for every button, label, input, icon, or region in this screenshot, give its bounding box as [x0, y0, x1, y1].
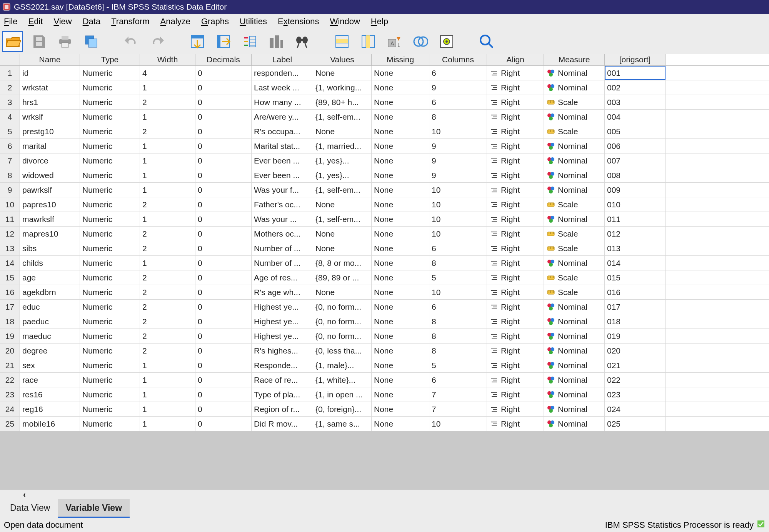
table-row[interactable]: 17educNumeric20Highest ye...{0, no form.…	[0, 300, 769, 314]
cell-label[interactable]: Responde...	[252, 358, 313, 372]
cell-columns[interactable]: 10	[429, 285, 487, 299]
cell-type[interactable]: Numeric	[80, 124, 140, 138]
cell-columns[interactable]: 6	[429, 241, 487, 255]
cell-type[interactable]: Numeric	[80, 285, 140, 299]
cell-measure[interactable]: Scale	[544, 270, 605, 285]
cell-name[interactable]: mapres10	[20, 227, 80, 241]
cell-values[interactable]: {0, no form...	[313, 300, 372, 314]
menu-help[interactable]: Help	[371, 17, 388, 27]
cell-origsort[interactable]: 006	[605, 139, 666, 153]
cell-type[interactable]: Numeric	[80, 300, 140, 314]
cell-width[interactable]: 2	[140, 314, 195, 329]
cell-columns[interactable]: 9	[429, 168, 487, 182]
redo-button[interactable]	[147, 31, 168, 52]
cell-width[interactable]: 2	[140, 95, 195, 109]
menu-data[interactable]: Data	[83, 17, 100, 27]
cell-align[interactable]: Right	[487, 270, 544, 285]
cell-decimals[interactable]: 0	[195, 387, 252, 402]
cell-values[interactable]: {1, in open ...	[313, 387, 372, 402]
cell-name[interactable]: agekdbrn	[20, 285, 80, 299]
cell-origsort[interactable]: 016	[605, 285, 666, 299]
cell-decimals[interactable]: 0	[195, 168, 252, 182]
cell-type[interactable]: Numeric	[80, 66, 140, 80]
column-header-cols[interactable]: Columns	[429, 54, 487, 65]
cell-align[interactable]: Right	[487, 168, 544, 182]
cell-values[interactable]: {1, yes}...	[313, 168, 372, 182]
cell-type[interactable]: Numeric	[80, 110, 140, 124]
table-row[interactable]: 13sibsNumeric20Number of ...NoneNone6Rig…	[0, 241, 769, 256]
table-row[interactable]: 19maeducNumeric20Highest ye...{0, no for…	[0, 329, 769, 344]
cell-measure[interactable]: Scale	[544, 285, 605, 299]
cell-type[interactable]: Numeric	[80, 241, 140, 255]
column-header-align[interactable]: Align	[487, 54, 544, 65]
column-header-miss[interactable]: Missing	[372, 54, 429, 65]
cell-label[interactable]: Highest ye...	[252, 314, 313, 329]
cell-label[interactable]: Ever been ...	[252, 153, 313, 168]
cell-missing[interactable]: None	[372, 358, 429, 372]
goto-variable-button[interactable]	[213, 31, 234, 52]
cell-width[interactable]: 1	[140, 110, 195, 124]
cell-label[interactable]: Region of r...	[252, 402, 313, 416]
cell-align[interactable]: Right	[487, 80, 544, 95]
cell-width[interactable]: 2	[140, 329, 195, 343]
cell-origsort[interactable]: 001	[605, 66, 666, 80]
cell-decimals[interactable]: 0	[195, 300, 252, 314]
cell-label[interactable]: Last week ...	[252, 80, 313, 95]
table-row[interactable]: 18paeducNumeric20Highest ye...{0, no for…	[0, 314, 769, 329]
cell-origsort[interactable]: 014	[605, 256, 666, 270]
row-number[interactable]: 3	[0, 95, 20, 109]
cell-values[interactable]: {1, self-em...	[313, 212, 372, 226]
cell-measure[interactable]: Nominal	[544, 387, 605, 402]
cell-type[interactable]: Numeric	[80, 256, 140, 270]
cell-name[interactable]: race	[20, 373, 80, 387]
cell-name[interactable]: reg16	[20, 402, 80, 416]
cell-decimals[interactable]: 0	[195, 417, 252, 431]
cell-columns[interactable]: 5	[429, 358, 487, 372]
row-number[interactable]: 5	[0, 124, 20, 138]
cell-missing[interactable]: None	[372, 110, 429, 124]
cell-align[interactable]: Right	[487, 139, 544, 153]
cell-name[interactable]: educ	[20, 300, 80, 314]
row-number[interactable]: 18	[0, 314, 20, 329]
cell-name[interactable]: wrkstat	[20, 80, 80, 95]
cell-values[interactable]: {1, yes}...	[313, 153, 372, 168]
cell-align[interactable]: Right	[487, 110, 544, 124]
cell-type[interactable]: Numeric	[80, 168, 140, 182]
cell-width[interactable]: 1	[140, 139, 195, 153]
insert-variable-button[interactable]	[358, 31, 379, 52]
cell-width[interactable]: 1	[140, 183, 195, 197]
cell-name[interactable]: res16	[20, 387, 80, 402]
cell-label[interactable]: responden...	[252, 66, 313, 80]
row-number[interactable]: 8	[0, 168, 20, 182]
cell-missing[interactable]: None	[372, 270, 429, 285]
cell-width[interactable]: 4	[140, 66, 195, 80]
table-row[interactable]: 2wrkstatNumeric10Last week ...{1, workin…	[0, 80, 769, 95]
cell-decimals[interactable]: 0	[195, 227, 252, 241]
cell-decimals[interactable]: 0	[195, 344, 252, 358]
cell-align[interactable]: Right	[487, 300, 544, 314]
cell-missing[interactable]: None	[372, 314, 429, 329]
cell-missing[interactable]: None	[372, 212, 429, 226]
variables-button[interactable]	[239, 31, 260, 52]
cell-name[interactable]: marital	[20, 139, 80, 153]
cell-decimals[interactable]: 0	[195, 124, 252, 138]
cell-width[interactable]: 2	[140, 344, 195, 358]
cell-width[interactable]: 2	[140, 241, 195, 255]
cell-align[interactable]: Right	[487, 387, 544, 402]
column-header-name[interactable]: Name	[20, 54, 80, 65]
cell-name[interactable]: widowed	[20, 168, 80, 182]
cell-label[interactable]: Was your ...	[252, 212, 313, 226]
row-number[interactable]: 23	[0, 387, 20, 402]
cell-type[interactable]: Numeric	[80, 270, 140, 285]
cell-align[interactable]: Right	[487, 197, 544, 212]
cell-align[interactable]: Right	[487, 344, 544, 358]
cell-origsort[interactable]: 003	[605, 95, 666, 109]
cell-columns[interactable]: 7	[429, 402, 487, 416]
cell-values[interactable]: {1, white}...	[313, 373, 372, 387]
cell-columns[interactable]: 9	[429, 139, 487, 153]
cell-origsort[interactable]: 017	[605, 300, 666, 314]
cell-align[interactable]: Right	[487, 314, 544, 329]
cell-columns[interactable]: 6	[429, 300, 487, 314]
column-header-width[interactable]: Width	[140, 54, 195, 65]
cell-missing[interactable]: None	[372, 168, 429, 182]
